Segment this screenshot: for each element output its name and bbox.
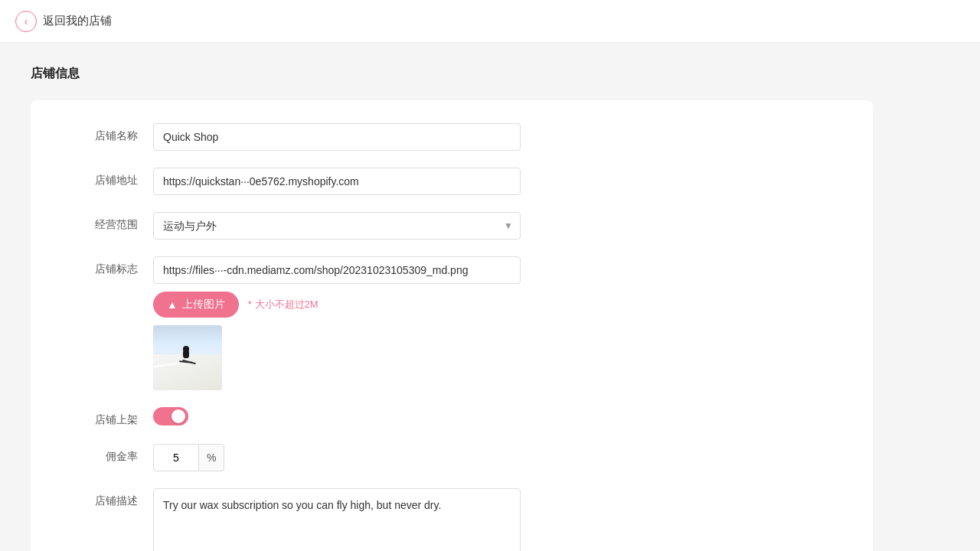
status-control	[153, 407, 521, 425]
category-select-wrapper: 运动与户外 服装 数码 家居 食品 ▼	[153, 212, 521, 240]
toggle-track	[153, 407, 188, 425]
status-row: 店铺上架	[61, 407, 842, 427]
toggle-thumb	[172, 409, 185, 423]
status-toggle[interactable]	[153, 407, 188, 425]
upload-label: 上传图片	[182, 298, 225, 311]
logo-control: ▲ 上传图片 * 大小不超过2M	[153, 256, 521, 390]
description-control: Try our wax subscription so you can fly …	[153, 488, 521, 551]
upload-button[interactable]: ▲ 上传图片	[153, 292, 239, 318]
upload-hint: * 大小不超过2M	[248, 298, 318, 311]
section-title: 店铺信息	[31, 66, 949, 82]
category-label: 经营范围	[61, 212, 153, 232]
skier-body	[183, 347, 189, 358]
header: ‹ 返回我的店铺	[0, 0, 980, 43]
shop-name-label: 店铺名称	[61, 123, 153, 143]
logo-row: 店铺标志 ▲ 上传图片 * 大小不超过2M	[61, 256, 842, 390]
shop-url-control	[153, 168, 521, 195]
upload-row: ▲ 上传图片 * 大小不超过2M	[153, 292, 521, 318]
shop-url-input[interactable]	[153, 168, 521, 195]
upload-icon: ▲	[167, 298, 178, 311]
description-label: 店铺描述	[61, 488, 153, 508]
category-row: 经营范围 运动与户外 服装 数码 家居 食品 ▼	[61, 212, 842, 240]
commission-unit: %	[199, 444, 224, 471]
back-button[interactable]: ‹ 返回我的店铺	[15, 11, 112, 32]
commission-input[interactable]	[153, 444, 199, 471]
description-textarea[interactable]: Try our wax subscription so you can fly …	[153, 488, 521, 551]
logo-preview	[153, 325, 222, 390]
description-row: 店铺描述 Try our wax subscription so you can…	[61, 488, 842, 551]
upload-section: ▲ 上传图片 * 大小不超过2M	[153, 256, 521, 390]
commission-control: %	[153, 444, 521, 471]
commission-input-group: %	[153, 444, 521, 471]
shop-url-label: 店铺地址	[61, 168, 153, 187]
logo-label: 店铺标志	[61, 256, 153, 276]
shop-url-row: 店铺地址	[61, 168, 842, 195]
back-icon: ‹	[15, 11, 37, 32]
shop-name-row: 店铺名称	[61, 123, 842, 151]
back-label: 返回我的店铺	[43, 14, 112, 28]
shop-name-input[interactable]	[153, 123, 521, 151]
status-label: 店铺上架	[61, 407, 153, 427]
logo-url-input[interactable]	[153, 256, 521, 284]
shop-name-control	[153, 123, 521, 151]
skier-figure	[178, 346, 194, 363]
category-select[interactable]: 运动与户外 服装 数码 家居 食品	[153, 212, 521, 240]
commission-row: 佣金率 %	[61, 444, 842, 471]
ski-image	[153, 325, 222, 390]
category-control: 运动与户外 服装 数码 家居 食品 ▼	[153, 212, 521, 240]
commission-label: 佣金率	[61, 444, 153, 464]
form-container: 店铺名称 店铺地址 经营范围 运动与户外 服装 数码 家居	[31, 100, 873, 551]
main-content: 店铺信息 店铺名称 店铺地址 经营范围 运动与户外 服装	[0, 43, 980, 551]
